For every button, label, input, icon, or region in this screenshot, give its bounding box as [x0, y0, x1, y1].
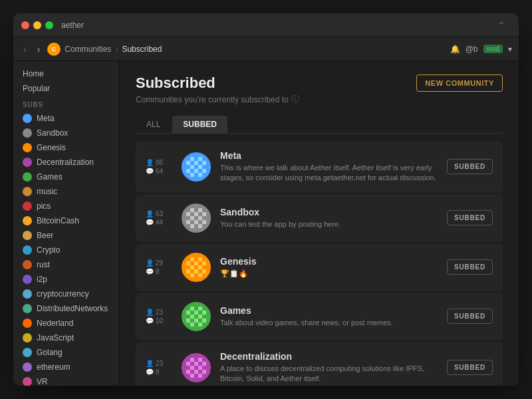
comm-desc: You can test the app by posting here.	[220, 219, 438, 229]
svg-rect-119	[182, 311, 186, 315]
posts-stat: 💬 44	[146, 219, 172, 226]
navbar: ‹ › C Communities › Subscribed 🔔 @b mod …	[13, 37, 519, 61]
sidebar-item-rust[interactable]: rust	[13, 257, 119, 272]
svg-rect-40	[186, 208, 190, 212]
svg-rect-11	[194, 161, 198, 165]
popular-label: Popular	[23, 84, 50, 93]
community-item-sandbox[interactable]: 👤 63 💬 44 Sandbox You can test the app b…	[136, 195, 503, 241]
sidebar-item-label: ethereum	[37, 362, 70, 372]
posts-count: 44	[156, 219, 163, 226]
comm-info: Sandbox You can test the app by posting …	[220, 207, 438, 229]
comm-desc: Talk about video games, share news, or p…	[220, 318, 438, 328]
subbed-button-genesis[interactable]: SUBBED	[447, 259, 493, 275]
nav-dropdown-icon[interactable]: ▾	[508, 45, 512, 54]
sidebar-item-crypto[interactable]: Crypto	[13, 243, 119, 257]
sidebar-item-label: rust	[37, 260, 50, 269]
svg-rect-107	[202, 273, 206, 277]
community-item-decentralization[interactable]: 👤 23 💬 8 Decentralization A place to dis…	[136, 342, 503, 386]
subbed-button-sandbox[interactable]: SUBBED	[447, 210, 493, 225]
followers-stat: 👤 63	[146, 210, 172, 217]
sidebar-item-music[interactable]: music	[13, 184, 119, 199]
sidebar-item-distributednetworks[interactable]: DistributedNetworks	[13, 301, 119, 316]
svg-rect-133	[182, 319, 186, 323]
sidebar-item-home[interactable]: Home	[13, 66, 119, 81]
svg-rect-148	[190, 354, 194, 358]
community-item-meta[interactable]: 👤 86 💬 64 Meta This is where we talk abo…	[136, 142, 503, 192]
subbed-button-games[interactable]: SUBBED	[447, 309, 493, 324]
tabs: ALL SUBBED	[136, 116, 503, 134]
svg-rect-3	[186, 157, 190, 161]
sidebar-avatar	[23, 143, 32, 152]
tab-all[interactable]: ALL	[136, 116, 171, 133]
comm-icon	[182, 152, 211, 182]
svg-rect-122	[194, 311, 198, 315]
comm-stats: 👤 23 💬 10	[146, 309, 172, 325]
page-subtitle: Communities you're currently subscribed …	[136, 94, 299, 105]
comm-icon	[182, 203, 211, 233]
sidebar-item-ethereum[interactable]: ethereum	[13, 360, 119, 374]
svg-rect-103	[186, 273, 190, 277]
followers-stat: 👤 23	[146, 360, 172, 367]
content-header: Subscribed Communities you're currently …	[136, 74, 503, 105]
community-item-games[interactable]: 👤 23 💬 10 Games Talk about video games, …	[136, 293, 503, 340]
svg-rect-79	[194, 257, 198, 261]
comm-name: Decentralization	[220, 351, 438, 362]
sidebar-item-pics[interactable]: pics	[13, 199, 119, 213]
close-button[interactable]	[21, 21, 29, 29]
followers-count: 86	[156, 159, 163, 166]
sidebar-item-games[interactable]: Games	[13, 170, 119, 184]
sidebar-item-decentralization[interactable]: Decentralization	[13, 155, 119, 170]
sidebar-item-popular[interactable]: Popular	[13, 81, 119, 96]
breadcrumb-parent[interactable]: Communities	[65, 45, 111, 54]
comm-stats: 👤 63 💬 44	[146, 210, 172, 226]
svg-rect-149	[194, 354, 198, 358]
svg-rect-179	[194, 374, 198, 378]
notification-icon[interactable]: 🔔	[450, 45, 460, 54]
svg-rect-15	[182, 165, 186, 169]
sidebar-avatar	[23, 245, 32, 255]
back-button[interactable]: ‹	[20, 43, 30, 56]
sidebar-item-meta[interactable]: Meta	[13, 111, 119, 126]
sidebar-item-bitcoincash[interactable]: BitcoinCash	[13, 213, 119, 228]
sidebar-avatar	[23, 319, 32, 328]
svg-rect-24	[190, 169, 194, 173]
sidebar-item-genesis[interactable]: Genesis	[13, 140, 119, 155]
subbed-button-meta[interactable]: SUBBED	[447, 159, 493, 174]
new-community-button[interactable]: NEW COMMUNITY	[416, 74, 503, 92]
breadcrumb: Communities › Subscribed	[65, 45, 162, 54]
svg-rect-115	[190, 307, 194, 311]
sidebar-avatar	[23, 128, 32, 138]
svg-rect-60	[186, 220, 190, 224]
svg-rect-67	[190, 224, 194, 228]
svg-rect-134	[186, 319, 190, 323]
svg-rect-58	[206, 216, 210, 220]
tab-subbed[interactable]: SUBBED	[172, 116, 227, 133]
forward-button[interactable]: ›	[34, 43, 44, 56]
subbed-button-decentralization[interactable]: SUBBED	[447, 360, 493, 375]
sidebar-item-i2p[interactable]: i2p	[13, 272, 119, 287]
sidebar-item-sandbox[interactable]: Sandbox	[13, 126, 119, 140]
svg-rect-118	[202, 307, 206, 311]
sidebar-item-beer[interactable]: Beer	[13, 228, 119, 243]
svg-rect-68	[194, 224, 198, 228]
sidebar-avatar	[23, 260, 32, 269]
svg-rect-78	[190, 257, 194, 261]
sidebar-item-javascript[interactable]: JavaScript	[13, 331, 119, 345]
sidebar-item-label: i2p	[37, 275, 47, 284]
posts-count: 8	[156, 268, 160, 275]
comm-info: Decentralization A place to discuss dece…	[220, 351, 438, 384]
window-controls	[21, 21, 53, 29]
svg-rect-166	[194, 366, 198, 370]
community-item-genesis[interactable]: 👤 29 💬 8 Genesis 🏆📋🔥 SUBBED	[136, 244, 503, 291]
svg-rect-54	[190, 216, 194, 220]
svg-rect-82	[182, 261, 186, 265]
sidebar-item-vr[interactable]: VR	[13, 374, 119, 386]
svg-rect-35	[194, 177, 198, 181]
sidebar-item-golang[interactable]: Golang	[13, 345, 119, 360]
svg-rect-163	[182, 366, 186, 370]
minimize-button[interactable]	[33, 21, 41, 29]
sidebar-item-cryptocurrency[interactable]: cryptocurrency	[13, 287, 119, 301]
home-label: Home	[23, 69, 44, 78]
maximize-button[interactable]	[45, 21, 53, 29]
sidebar-item-nederland[interactable]: Nederland	[13, 316, 119, 331]
